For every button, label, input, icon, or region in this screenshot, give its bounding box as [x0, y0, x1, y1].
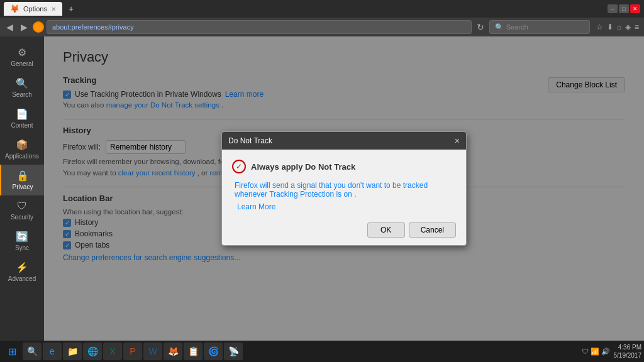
- nav-icons: ☆ ⬇ ⌂ ◈ ≡: [595, 21, 640, 33]
- taskbar-excel[interactable]: X: [103, 343, 122, 360]
- search-icon: 🔍: [495, 23, 504, 31]
- general-icon: ⚙: [18, 47, 26, 58]
- applications-icon: 📦: [16, 139, 28, 151]
- taskbar-firefox[interactable]: 🦊: [164, 343, 182, 360]
- sidebar-label-security: Security: [11, 214, 33, 221]
- taskbar-ie[interactable]: e: [43, 343, 62, 360]
- tab-close-button[interactable]: ✕: [51, 6, 56, 13]
- antivirus-icon: 🛡: [582, 348, 589, 356]
- taskbar-app3[interactable]: 🌀: [204, 343, 223, 360]
- explorer-icon: 📁: [67, 346, 78, 356]
- do-not-track-dialog: Do Not Track × Always apply Do Not Track…: [221, 131, 467, 246]
- system-tray: 🛡 📶 🔊: [582, 348, 610, 356]
- clock-time: 4:36 PM: [614, 343, 642, 351]
- dialog-description: Firefox will send a signal that you don'…: [232, 181, 456, 199]
- content-area: Privacy Tracking ✓ Use Tracking Protecti…: [44, 36, 644, 341]
- sidebar-label-general: General: [11, 60, 33, 67]
- privacy-icon: 🔒: [16, 170, 29, 182]
- sidebar-item-applications[interactable]: 📦 Applications: [0, 134, 44, 165]
- firefox-logo: [33, 21, 44, 33]
- dialog-checkbox-row: Always apply Do Not Track: [232, 160, 456, 173]
- start-button[interactable]: ⊞: [3, 343, 21, 360]
- sidebar-item-search[interactable]: 🔍 Search: [0, 72, 44, 103]
- sync-icon: 🔄: [16, 231, 28, 243]
- url-text: about:preferences#privacy: [52, 23, 134, 31]
- title-bar: 🦊 Options ✕ + ─ □ ✕: [0, 0, 644, 18]
- ie-icon: e: [50, 346, 55, 356]
- taskbar-ppt[interactable]: P: [123, 343, 142, 360]
- reload-button[interactable]: ↻: [474, 21, 487, 33]
- dialog-close-button[interactable]: ×: [455, 136, 460, 146]
- new-tab-button[interactable]: +: [65, 4, 77, 14]
- sidebar-item-general[interactable]: ⚙ General: [0, 41, 44, 72]
- taskbar-search-icon: 🔍: [27, 346, 38, 356]
- sidebar-item-sync[interactable]: 🔄 Sync: [0, 226, 44, 256]
- word-icon: W: [148, 346, 157, 356]
- sidebar-label-sync: Sync: [15, 244, 29, 251]
- sidebar: ⚙ General 🔍 Search 📄 Content 📦 Applicati…: [0, 36, 44, 341]
- network-icon: 📶: [591, 348, 599, 356]
- download-button[interactable]: ⬇: [606, 21, 614, 33]
- dialog-checkbox-label: Always apply Do Not Track: [251, 162, 355, 172]
- taskbar-right: 🛡 📶 🔊 4:36 PM 5/19/2017: [582, 343, 642, 359]
- sidebar-label-applications: Applications: [5, 153, 39, 160]
- dialog-learn-more-link[interactable]: Learn More: [237, 202, 275, 211]
- app4-icon: 📡: [228, 346, 239, 356]
- dialog-body: Always apply Do Not Track Firefox will s…: [222, 150, 466, 217]
- bookmark-star-button[interactable]: ☆: [595, 21, 604, 33]
- taskbar-explorer[interactable]: 📁: [63, 343, 82, 360]
- taskbar-app2[interactable]: 📋: [184, 343, 203, 360]
- taskbar-word[interactable]: W: [143, 343, 162, 360]
- sidebar-item-security[interactable]: 🛡 Security: [0, 195, 44, 226]
- address-bar[interactable]: about:preferences#privacy: [47, 20, 472, 34]
- taskbar-app4[interactable]: 📡: [224, 343, 243, 360]
- browser-window: 🦊 Options ✕ + ─ □ ✕ ◀ ▶ about:preference…: [0, 0, 644, 362]
- advanced-icon: ⚡: [16, 261, 28, 273]
- sidebar-item-advanced[interactable]: ⚡ Advanced: [0, 256, 44, 287]
- windows-logo-icon: ⊞: [8, 346, 16, 358]
- sidebar-label-advanced: Advanced: [8, 275, 36, 282]
- taskbar-chrome[interactable]: 🌐: [83, 343, 102, 360]
- dialog-ok-button[interactable]: OK: [367, 222, 405, 238]
- security-icon: 🛡: [17, 200, 27, 212]
- taskbar: ⊞ 🔍 e 📁 🌐 X P W 🦊 📋 🌀: [0, 341, 644, 362]
- volume-icon: 🔊: [601, 348, 610, 356]
- close-button[interactable]: ✕: [630, 4, 640, 13]
- firefox-taskbar-icon: 🦊: [168, 346, 179, 356]
- dialog-title-bar: Do Not Track ×: [222, 132, 466, 150]
- dialog-desc-on: on: [343, 190, 352, 199]
- content-icon: 📄: [16, 108, 28, 120]
- main-content: ⚙ General 🔍 Search 📄 Content 📦 Applicati…: [0, 36, 644, 341]
- app3-icon: 🌀: [208, 346, 219, 356]
- forward-button[interactable]: ▶: [18, 21, 30, 33]
- sidebar-label-content: Content: [11, 122, 33, 129]
- sidebar-item-content[interactable]: 📄 Content: [0, 103, 44, 134]
- active-tab[interactable]: 🦊 Options ✕: [4, 2, 62, 16]
- sidebar-label-search: Search: [12, 91, 32, 98]
- home-button[interactable]: ⌂: [616, 21, 623, 33]
- menu-button[interactable]: ≡: [633, 21, 640, 33]
- search-placeholder: Search: [506, 23, 528, 31]
- maximize-button[interactable]: □: [619, 4, 629, 13]
- minimize-button[interactable]: ─: [608, 4, 618, 13]
- app2-icon: 📋: [188, 346, 199, 356]
- taskbar-search[interactable]: 🔍: [23, 343, 42, 360]
- dialog-desc-end: .: [354, 190, 356, 199]
- pocket-button[interactable]: ◈: [624, 21, 632, 33]
- do-not-track-checkbox[interactable]: [232, 160, 246, 173]
- dialog-buttons: OK Cancel: [222, 217, 466, 245]
- back-button[interactable]: ◀: [4, 21, 16, 33]
- sidebar-label-privacy: Privacy: [13, 184, 33, 190]
- dialog-desc-text1: Firefox will send a signal that you don'…: [235, 181, 428, 199]
- dialog-title: Do Not Track: [228, 136, 272, 145]
- dialog-overlay: Do Not Track × Always apply Do Not Track…: [44, 36, 644, 341]
- nav-bar: ◀ ▶ about:preferences#privacy ↻ 🔍 Search…: [0, 18, 644, 36]
- window-controls: ─ □ ✕: [608, 4, 640, 13]
- dialog-cancel-button[interactable]: Cancel: [409, 222, 456, 238]
- firefox-tab-icon: 🦊: [10, 4, 19, 13]
- ppt-icon: P: [130, 346, 135, 356]
- search-bar[interactable]: 🔍 Search: [489, 20, 590, 34]
- tab-title: Options: [23, 5, 47, 13]
- search-nav-icon: 🔍: [16, 77, 28, 89]
- sidebar-item-privacy[interactable]: 🔒 Privacy: [0, 165, 44, 195]
